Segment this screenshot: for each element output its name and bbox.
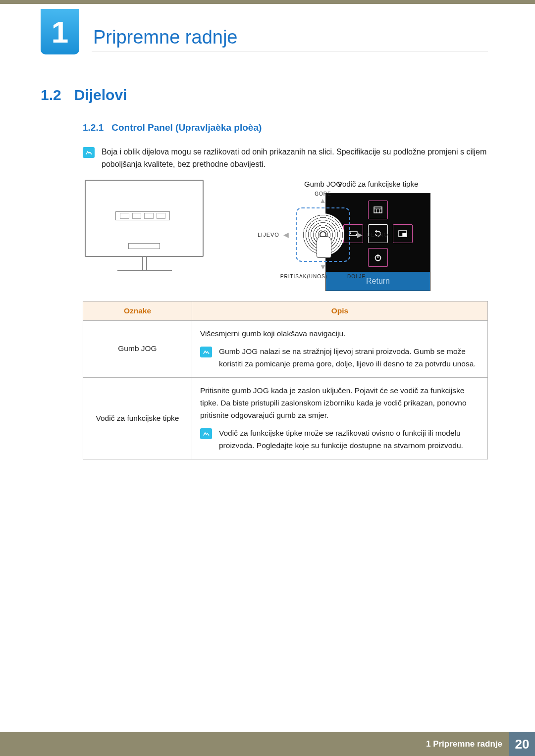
- arrow-up-icon: ▲: [320, 197, 327, 204]
- chapter-title: Pripremne radnje: [93, 27, 237, 48]
- chapter-header: 1 Pripremne radnje: [41, 9, 237, 54]
- section-heading: 1.2Dijelovi: [41, 87, 488, 103]
- row-note: Gumb JOG nalazi se na stražnjoj lijevoj …: [200, 346, 480, 370]
- page-footer: 1 Pripremne radnje 20: [0, 732, 535, 756]
- table-header-oznake: Oznake: [83, 301, 192, 320]
- jog-right-label: DESNO: [367, 232, 388, 238]
- diagram-area: Gumb JOG GORE ▲ LIJEVO ◀ ▶ DESNO: [83, 180, 488, 291]
- subsection-number: 1.2.1: [83, 122, 104, 133]
- monitor-badge: [128, 243, 160, 249]
- table-row: Vodič za funkcijske tipke Pritisnite gum…: [83, 377, 488, 459]
- row-label: Gumb JOG: [83, 320, 192, 377]
- row-desc-cell: Višesmjerni gumb koji olakšava navigacij…: [192, 320, 488, 377]
- chapter-number: 1: [41, 9, 79, 54]
- jog-area: Gumb JOG GORE ▲ LIJEVO ◀ ▶ DESNO: [246, 180, 400, 279]
- row-note-text: Gumb JOG nalazi se na stražnjoj lijevoj …: [219, 346, 480, 370]
- top-note-text: Boja i oblik dijelova mogu se razlikovat…: [102, 146, 488, 171]
- arrow-right-icon: ▶: [357, 231, 363, 239]
- row-desc: Pritisnite gumb JOG kada je zaslon uklju…: [200, 385, 480, 421]
- row-note: Vodič za funkcijske tipke može se razlik…: [200, 427, 480, 452]
- note-icon: [83, 147, 95, 158]
- note-icon: [200, 428, 212, 439]
- jog-up-label: GORE ▲: [246, 191, 400, 204]
- jog-dial-icon: [302, 213, 344, 256]
- jog-press-label: PRITISAK(UNOS): [280, 274, 327, 279]
- footer-page-number: 20: [509, 732, 535, 756]
- table-header-opis: Opis: [192, 301, 488, 320]
- top-note: Boja i oblik dijelova mogu se razlikovat…: [83, 146, 488, 171]
- divider: [92, 51, 488, 52]
- monitor-frame: [85, 180, 204, 257]
- monitor-stem: [142, 257, 147, 270]
- monitor-diagram: Gumb JOG GORE ▲ LIJEVO ◀ ▶ DESNO: [83, 180, 325, 273]
- table-row: Gumb JOG Višesmjerni gumb koji olakšava …: [83, 320, 488, 377]
- jog-button-diagram: [296, 207, 350, 262]
- subsection-heading: 1.2.1Control Panel (Upravljaèka ploèa): [83, 122, 488, 133]
- footer-text: 1 Pripremne radnje: [426, 739, 502, 749]
- note-icon: [200, 347, 212, 357]
- section-number: 1.2: [41, 87, 61, 103]
- svg-rect-6: [403, 233, 406, 236]
- row-desc: Višesmjerni gumb koji olakšava navigacij…: [200, 328, 480, 340]
- monitor-ports: [115, 211, 170, 220]
- top-strip: [0, 0, 535, 4]
- arrow-left-icon: ◀: [283, 231, 289, 239]
- row-desc-cell: Pritisnite gumb JOG kada je zaslon uklju…: [192, 377, 488, 459]
- jog-left-label: LIJEVO: [258, 232, 279, 238]
- jog-label: Gumb JOG: [246, 180, 400, 188]
- row-note-text: Vodič za funkcijske tipke može se razlik…: [219, 427, 480, 452]
- control-table: Oznake Opis Gumb JOG Višesmjerni gumb ko…: [83, 301, 488, 459]
- section-title: Dijelovi: [74, 87, 127, 103]
- monitor-stand: [117, 270, 172, 273]
- subsection-title: Control Panel (Upravljaèka ploèa): [111, 122, 262, 133]
- arrow-down-icon: ▼: [246, 263, 400, 271]
- jog-down-label: DOLJE: [347, 274, 366, 279]
- row-label: Vodič za funkcijske tipke: [83, 377, 192, 459]
